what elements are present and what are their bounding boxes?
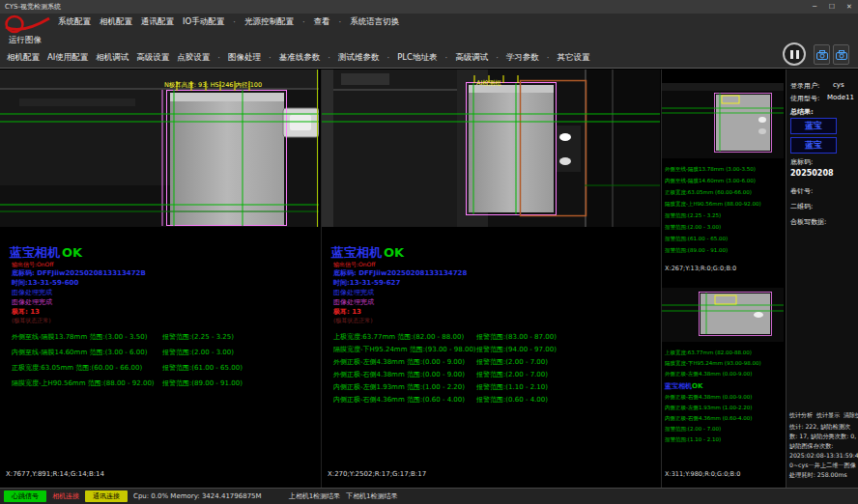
alarm-range-text: 报警范围:(2.00 - 3.00) bbox=[162, 348, 234, 357]
menu-separator: · bbox=[302, 17, 305, 27]
heartbeat-status-badge: 心跳信号 bbox=[4, 490, 46, 502]
menu-item-light-control[interactable]: 光源控制配置 bbox=[244, 16, 294, 28]
result-box-lower: 蓝宝 bbox=[790, 137, 837, 154]
toolbar-learning-params[interactable]: 学习参数 bbox=[506, 52, 539, 64]
alarm-range-text: 报警范围:(2.00 - 7.00) bbox=[476, 357, 548, 367]
qr-code-label: 二维码: bbox=[790, 202, 813, 211]
menu-item-view[interactable]: 查看 bbox=[314, 16, 330, 28]
minimize-button[interactable]: ─ bbox=[806, 3, 823, 11]
alarm-range-text: 报警范围:(83.00 - 87.00) bbox=[476, 332, 557, 342]
process-status: 图像处理完成 bbox=[12, 288, 52, 297]
maximize-button[interactable]: ☐ bbox=[823, 3, 841, 11]
toolbar-advanced-settings[interactable]: 高级设置 bbox=[136, 52, 169, 64]
toolbar-camera-debug[interactable]: 相机调试 bbox=[96, 52, 129, 64]
toolbar-separator: · bbox=[547, 53, 550, 63]
camera-image-middle bbox=[322, 70, 660, 227]
thumbnail-view-top[interactable]: 外侧至线-隔膜13.78mm (3.00-3.50) 内侧至线-隔膜14.60m… bbox=[662, 70, 785, 276]
toolbar-glue-settings[interactable]: 点胶设置 bbox=[177, 52, 210, 64]
toolbar-separator: · bbox=[386, 53, 389, 63]
stats-analysis-button[interactable]: 统计分析 bbox=[789, 411, 813, 420]
upper-camera-result-label[interactable]: 上相机1检测结果 bbox=[289, 491, 340, 501]
camera-image-left bbox=[0, 70, 319, 227]
toolbar-separator: · bbox=[444, 53, 447, 63]
toolbar-separator: · bbox=[328, 53, 330, 63]
toolbar-image-processing[interactable]: 图像处理 bbox=[228, 52, 261, 64]
lower-camera-result-label[interactable]: 下相机1检测结果 bbox=[346, 491, 397, 501]
menu-item-camera-config[interactable]: 相机配置 bbox=[100, 16, 132, 28]
alarm-range-text: 报警范围:(61.00 - 65.00) bbox=[162, 363, 243, 373]
barcode-text: 底标码: DFFJiiw20250208133134728 bbox=[333, 268, 467, 278]
thumb-result-line: 上极宽度:63.77mm (82.00-88.00) bbox=[665, 350, 752, 356]
menu-item-comm-config[interactable]: 通讯配置 bbox=[141, 16, 174, 28]
toolbar-separator: · bbox=[269, 53, 272, 63]
stats-line: 缺陷图保存次数: bbox=[789, 442, 833, 451]
camera-view-left[interactable]: N极耳高度: 93; HS-246 内径:100 蓝宝相机OK 输出信号:OnO… bbox=[0, 70, 320, 488]
thumb-result-line: 隔膜宽度-下H95.24mm (93.00-98.00) bbox=[665, 360, 761, 367]
measurement-text: 内侧至线-隔膜14.60mm 范围:(3.00 - 6.00) bbox=[12, 348, 147, 357]
info-panel: 登录用户: cys 使用型号: Mode11 总结果: 蓝宝 蓝宝 底标码: 2… bbox=[786, 70, 858, 488]
stats-tab-row: 统计分析 统计显示 清除统计 bbox=[789, 411, 858, 420]
result-ok: OK bbox=[384, 245, 404, 260]
toolbar-plc-address[interactable]: PLC地址表 bbox=[397, 52, 437, 64]
stats-display-button[interactable]: 统计显示 bbox=[816, 411, 840, 420]
alarm-range-text: 报警范围:(0.60 - 4.00) bbox=[476, 395, 548, 405]
thumb-result-line: 内侧至线-隔膜14.60mm (3.00-6.00) bbox=[665, 178, 756, 184]
pixel-coords-thumb-bottom: X:311;Y:980;R:0;G:0;B:0 bbox=[665, 470, 740, 478]
thumb-result-line: 报警范围:(1.10 - 2.10) bbox=[665, 436, 721, 443]
menu-bar: 系统配置 相机配置 通讯配置 IO手动配置 · 光源控制配置 · 查看 · 系统… bbox=[58, 16, 399, 28]
toolbar-advanced-debug[interactable]: 高级调试 bbox=[455, 52, 488, 64]
roll-pin-label: 卷针号: bbox=[790, 186, 813, 196]
tab-run-image[interactable]: 运行图像 bbox=[9, 35, 42, 46]
pause-icon bbox=[790, 50, 793, 59]
stats-line: 0~cys一并上二维一图像 bbox=[789, 462, 856, 470]
tab-count: 极耳: 13 bbox=[12, 307, 40, 317]
menu-separator: · bbox=[339, 17, 342, 27]
board-write-label: 合板写数据: bbox=[790, 217, 826, 227]
header: 系统配置 相机配置 通讯配置 IO手动配置 · 光源控制配置 · 查看 · 系统… bbox=[0, 14, 858, 69]
alarm-range-text: 报警范围:(2.25 - 3.25) bbox=[162, 332, 234, 342]
toolbar-camera-config[interactable]: 相机配置 bbox=[7, 52, 40, 64]
toolbar-other-settings[interactable]: 其它设置 bbox=[558, 52, 590, 64]
measurement-text: 隔膜宽度-下H95.24mm 范围:(93.00 - 98.00) bbox=[333, 345, 476, 354]
menu-item-io-manual[interactable]: IO手动配置 bbox=[183, 16, 224, 28]
measurement-text: 正极宽度:63.05mm 范围:(60.00 - 66.00) bbox=[12, 363, 142, 373]
thumbnail-image-top bbox=[662, 83, 784, 158]
process-status: 图像处理完成 bbox=[333, 288, 374, 297]
measurement-text: 内侧正极-右侧4.36mm 范围:(0.60 - 4.00) bbox=[333, 395, 465, 405]
toolbar-separator: · bbox=[217, 53, 220, 63]
menu-item-system-config[interactable]: 系统配置 bbox=[58, 16, 91, 28]
toolbar-test-params[interactable]: 测试维参数 bbox=[338, 52, 380, 64]
camera-view-middle[interactable]: AI检测框 蓝宝相机OK 输出信号:OnOff 底标码: DFFJiiw2025… bbox=[321, 70, 660, 488]
camera-capture-button[interactable] bbox=[814, 44, 830, 65]
process-status: 图像处理完成 bbox=[333, 297, 374, 307]
pixel-coords-thumb-top: X:267;Y:13;R:0;G:0;B:0 bbox=[665, 265, 736, 272]
toolbar-baseline-params[interactable]: 基准线参数 bbox=[279, 52, 321, 64]
thumbnail-view-bottom[interactable]: 上极宽度:63.77mm (82.00-88.00) 隔膜宽度-下H95.24m… bbox=[662, 276, 785, 488]
camera-name: 蓝宝相机 bbox=[331, 245, 382, 260]
thumb-result-line: 外侧正极-右侧4.38mm (0.00-9.00) bbox=[665, 394, 752, 401]
measurement-text: 内侧正极-左侧1.93mm 范围:(1.00 - 2.20) bbox=[333, 382, 465, 392]
thumb-result-line: 报警范围:(2.00 - 3.00) bbox=[665, 224, 721, 231]
window-title: CYS-视觉检测系统 bbox=[5, 2, 61, 12]
close-button[interactable]: ✕ bbox=[841, 3, 858, 11]
pixel-coords-middle: X:270;Y:2502;R:17;G:17;B:17 bbox=[328, 470, 426, 478]
camera-save-button[interactable] bbox=[833, 44, 849, 65]
toolbar-ai-config[interactable]: AI使用配置 bbox=[47, 52, 88, 64]
menu-separator: · bbox=[233, 17, 236, 27]
tab-note: (极耳状态正常) bbox=[12, 317, 51, 325]
thumb-result-line: 内侧正极-右侧4.36mm (0.60-4.00) bbox=[665, 415, 752, 422]
tab-note: (极耳状态正常) bbox=[333, 317, 373, 325]
pause-button[interactable] bbox=[783, 42, 806, 66]
thumb-result-title: 蓝宝相机OK bbox=[665, 381, 702, 391]
alarm-range-text: 报警范围:(89.00 - 91.00) bbox=[162, 378, 243, 388]
cpu-memory-status: Cpu: 0.0% Memory: 3424.41796875M bbox=[133, 492, 262, 500]
toolbar: 相机配置 AI使用配置 相机调试 高级设置 点胶设置 · 图像处理 · 基准线参… bbox=[7, 52, 590, 64]
stats-line: 处理耗时: 258.00ms bbox=[789, 471, 847, 480]
thumb-result-line: 报警范围:(61.00 - 65.00) bbox=[665, 236, 728, 242]
menu-item-language-switch[interactable]: 系统语言切换 bbox=[350, 16, 399, 28]
camera-connection-status: 相机连接 bbox=[52, 491, 79, 501]
login-user-label: 登录用户: bbox=[790, 81, 819, 91]
stats-line: 2025:02:08-13:31:59:405, bbox=[789, 452, 858, 459]
thumbnail-image-bottom bbox=[662, 288, 784, 342]
stats-clear-button[interactable]: 清除统计 bbox=[844, 411, 858, 420]
